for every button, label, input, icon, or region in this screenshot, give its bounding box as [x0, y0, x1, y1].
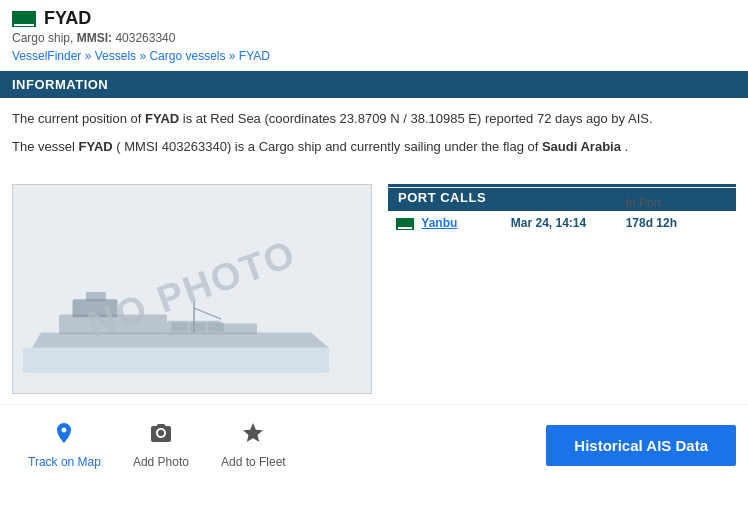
- port-flag-icon2: [396, 218, 414, 230]
- info-line1: The current position of FYAD is at Red S…: [12, 108, 736, 130]
- info-line2: The vessel FYAD ( MMSI 403263340) is a C…: [12, 136, 736, 158]
- camera-icon: [149, 421, 173, 451]
- track-icon: [52, 421, 76, 451]
- svg-rect-9: [190, 323, 206, 332]
- breadcrumb-item-vessels[interactable]: Vessels: [95, 49, 136, 63]
- add-photo-label: Add Photo: [133, 455, 189, 469]
- in-port-value: 178d 12h: [618, 212, 736, 234]
- breadcrumb-item-fyad[interactable]: FYAD: [239, 49, 270, 63]
- add-to-fleet-label: Add to Fleet: [221, 455, 286, 469]
- arrival-value2: Mar 24, 14:14: [503, 212, 618, 234]
- vessel-type: Cargo ship: [12, 31, 70, 45]
- star-icon: [241, 421, 265, 451]
- port-name-link2[interactable]: Yanbu: [421, 216, 457, 230]
- information-section-header: INFORMATION: [0, 71, 748, 98]
- vessel-subtitle: Cargo ship, MMSI: 403263340: [0, 31, 748, 47]
- historical-ais-button[interactable]: Historical AIS Data: [546, 425, 736, 466]
- breadcrumb-item-vesselfinder[interactable]: VesselFinder: [12, 49, 81, 63]
- vessel-header: FYAD: [0, 0, 748, 31]
- breadcrumb-item-cargo[interactable]: Cargo vessels: [149, 49, 225, 63]
- breadcrumb: VesselFinder » Vessels » Cargo vessels »…: [0, 47, 748, 71]
- country-name: Saudi Arabia: [542, 139, 621, 154]
- vessel-name-inline1: FYAD: [145, 111, 179, 126]
- main-content: NO PHOTO PORT CALLS: [0, 174, 748, 404]
- svg-rect-10: [208, 323, 224, 332]
- svg-rect-8: [172, 323, 188, 332]
- col-in-port: In Port: [618, 188, 736, 213]
- vessel-photo: NO PHOTO: [12, 184, 372, 394]
- svg-rect-3: [221, 324, 257, 335]
- add-photo-button[interactable]: Add Photo: [117, 415, 205, 475]
- add-to-fleet-button[interactable]: Add to Fleet: [205, 415, 302, 475]
- mmsi-label: MMSI:: [77, 31, 112, 45]
- mmsi-value: 403263340: [115, 31, 175, 45]
- port-calls-panel: PORT CALLS Current AIS Destination Estim…: [388, 184, 736, 394]
- vessel-name-inline2: FYAD: [78, 139, 112, 154]
- action-bar: Track on Map Add Photo Add to Fleet Hist…: [0, 404, 748, 485]
- information-block: The current position of FYAD is at Red S…: [0, 98, 748, 174]
- in-port-data-row: Yanbu Mar 24, 14:14 178d 12h: [388, 212, 736, 234]
- track-on-map-button[interactable]: Track on Map: [12, 415, 117, 475]
- col-arrival2: [503, 188, 618, 213]
- track-label: Track on Map: [28, 455, 101, 469]
- svg-rect-0: [23, 348, 329, 373]
- flag-icon: [12, 11, 36, 27]
- vessel-name: FYAD: [44, 8, 91, 29]
